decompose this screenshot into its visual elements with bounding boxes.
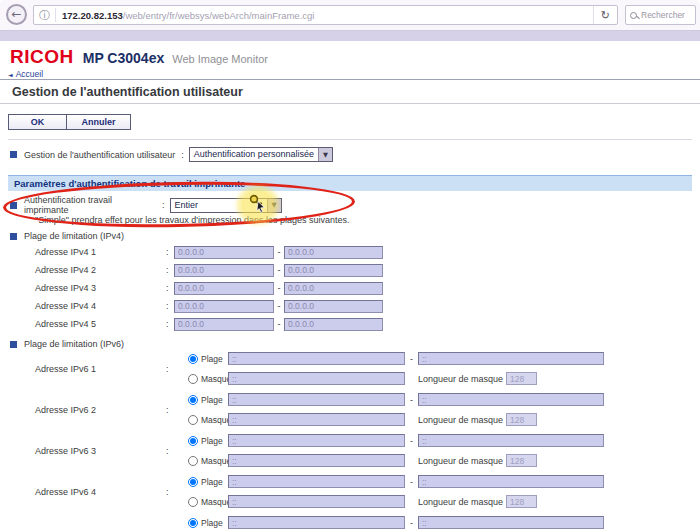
range-radio-label: Plage [201,436,223,446]
ipv6-to-input[interactable] [418,475,604,488]
printer-auth-label: Authentification travail imprimante [24,195,157,215]
mask-radio[interactable] [188,456,198,466]
back-button[interactable]: ← [6,4,27,25]
range-radio-option[interactable]: Plage [188,354,228,364]
table-row: Adresse IPv4 2 : - [8,261,383,279]
range-dash: - [405,477,418,487]
ipv6-from-input[interactable] [228,352,405,365]
mask-length-label: Longueur de masque [418,456,503,466]
ricoh-logo: RICOH [10,46,74,68]
ipv4-to-input[interactable] [284,300,383,313]
range-radio[interactable] [188,395,198,405]
ipv4-to-input[interactable] [284,264,383,277]
table-row: Adresse IPv4 3 : - [8,279,383,297]
mask-radio-label: Masque [201,374,231,384]
ipv6-from-input[interactable] [228,516,405,529]
colon: : [166,319,172,329]
chevron-down-icon: ▼ [267,199,281,212]
mask-length-input[interactable] [506,372,537,385]
range-dash: - [274,247,284,257]
ipv4-from-input[interactable] [174,282,274,295]
ipv4-from-input[interactable] [174,246,274,259]
ipv6-mask-input[interactable] [228,413,405,426]
range-dash: - [405,354,418,364]
colon: : [166,301,172,311]
chevron-down-icon: ▼ [318,148,332,161]
mask-length-input[interactable] [506,495,537,508]
mask-radio-label: Masque [201,456,231,466]
range-dash: - [274,283,284,293]
reload-icon[interactable]: ↻ [593,6,617,24]
ipv4-to-input[interactable] [284,318,383,331]
ipv4-from-input[interactable] [174,264,274,277]
ipv6-to-input[interactable] [418,516,604,529]
ipv6-mask-input[interactable] [228,495,405,508]
mask-length-input[interactable] [506,454,537,467]
action-buttons: OK Annuler [8,114,131,130]
ipv6-mask-input[interactable] [228,454,405,467]
mask-radio[interactable] [188,374,198,384]
cancel-button[interactable]: Annuler [66,114,131,130]
user-auth-select[interactable]: Authentification personnalisée ▼ [189,147,333,162]
ipv4-to-input[interactable] [284,282,383,295]
colon: : [166,283,172,293]
search-placeholder: Rechercher [641,10,685,20]
table-row: Adresse IPv4 5 : - [8,315,383,333]
home-link-label: Accueil [16,69,43,79]
range-dash: - [274,319,284,329]
range-radio-option[interactable]: Plage [188,436,228,446]
ipv6-row-label: Adresse IPv6 5 [8,515,166,529]
range-radio-label: Plage [201,395,223,405]
ipv6-from-input[interactable] [228,475,405,488]
ipv6-to-input[interactable] [418,352,604,365]
ok-button[interactable]: OK [8,114,67,130]
address-bar[interactable]: ⓘ 172.20.82.153 /web/entry/fr/websys/web… [33,5,618,25]
colon: : [166,265,172,275]
table-row: Adresse IPv4 1 : - [8,243,383,261]
ipv4-row-label: Adresse IPv4 4 [8,301,166,311]
range-dash: - [405,395,418,405]
mask-radio[interactable] [188,497,198,507]
range-radio[interactable] [188,354,198,364]
mask-length-label: Longueur de masque [418,497,503,507]
range-radio[interactable] [188,436,198,446]
ipv4-row-label: Adresse IPv4 5 [8,319,166,329]
ipv4-from-input[interactable] [174,300,274,313]
ipv4-to-input[interactable] [284,246,383,259]
ipv6-section-title: Plage de limitation (IPv6) [10,339,124,349]
ipv6-to-input[interactable] [418,393,604,406]
search-icon [630,12,637,19]
range-radio-option[interactable]: Plage [188,395,228,405]
range-radio-option[interactable]: Plage [188,477,228,487]
url-host: 172.20.82.153 [62,10,123,21]
range-dash: - [274,265,284,275]
ipv4-from-input[interactable] [174,318,274,331]
printer-auth-select[interactable]: Entier ▼ [170,198,282,213]
printer-auth-selected-value: Entier [171,199,267,212]
mask-radio-option[interactable]: Masque [188,456,228,466]
range-radio-label: Plage [201,477,223,487]
mask-length-input[interactable] [506,413,537,426]
ipv6-row-label: Adresse IPv6 2 [8,392,166,427]
ipv6-mask-input[interactable] [228,372,405,385]
range-radio[interactable] [188,477,198,487]
ipv6-row-label: Adresse IPv6 3 [8,433,166,468]
ipv6-range-table: Adresse IPv6 1 : Plage - Masque Longueur… [8,351,604,529]
ipv6-to-input[interactable] [418,434,604,447]
browser-toolbar: ← ⓘ 172.20.82.153 /web/entry/fr/websys/w… [0,0,700,31]
mask-radio[interactable] [188,415,198,425]
site-info-icon[interactable]: ⓘ [34,8,55,23]
bullet-icon [10,233,17,240]
home-link[interactable]: ◄ Accueil [8,69,43,79]
ipv6-from-input[interactable] [228,393,405,406]
range-radio-option[interactable]: Plage [188,518,228,528]
mask-radio-option[interactable]: Masque [188,374,228,384]
table-row: Adresse IPv6 3 : Plage - Masque Longueur… [8,433,604,468]
range-radio[interactable] [188,518,198,528]
browser-search-box[interactable]: Rechercher [625,5,696,25]
simple-mode-note: "Simple" prendra effet pour les travaux … [35,215,350,225]
mask-radio-option[interactable]: Masque [188,415,228,425]
mask-radio-option[interactable]: Masque [188,497,228,507]
bullet-icon [10,341,17,348]
ipv6-from-input[interactable] [228,434,405,447]
